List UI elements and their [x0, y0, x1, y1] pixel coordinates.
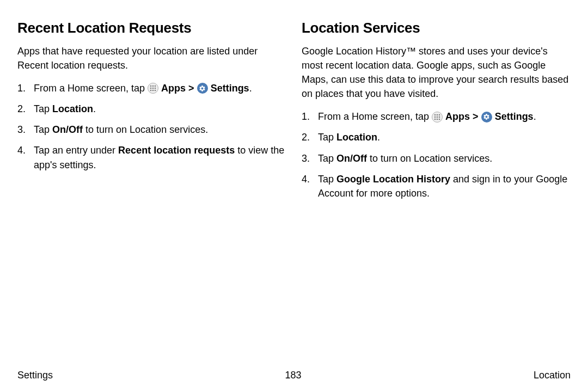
- gear-icon: [481, 112, 492, 122]
- svg-point-13: [437, 116, 438, 118]
- svg-point-16: [437, 118, 438, 120]
- intro-text-left: Apps that have requested your location a…: [17, 44, 286, 72]
- step-1-right: From a Home screen, tap Apps > Settings.: [302, 109, 571, 124]
- steps-list-left: From a Home screen, tap Apps > Settings.…: [17, 81, 286, 171]
- svg-point-6: [150, 90, 152, 91]
- svg-point-4: [152, 88, 154, 89]
- step-3-left: Tap On/Off to turn on Location services.: [17, 122, 286, 137]
- right-column: Location Services Google Location Histor…: [302, 20, 571, 207]
- svg-point-2: [155, 85, 156, 87]
- left-column: Recent Location Requests Apps that have …: [17, 20, 286, 207]
- gear-icon: [197, 83, 208, 94]
- step-3-right: Tap On/Off to turn on Location services.: [302, 151, 571, 166]
- step-4-right: Tap Google Location History and sign in …: [302, 172, 571, 200]
- footer-right: Location: [534, 370, 571, 381]
- step-2-right: Tap Location.: [302, 130, 571, 144]
- svg-point-1: [152, 85, 154, 87]
- page-footer: Settings 183 Location: [17, 370, 571, 381]
- svg-point-0: [150, 85, 152, 87]
- steps-list-right: From a Home screen, tap Apps > Settings.…: [302, 109, 571, 200]
- svg-point-9: [434, 114, 436, 115]
- svg-point-14: [439, 116, 440, 118]
- svg-point-5: [155, 88, 156, 89]
- step-4-left: Tap an entry under Recent location reque…: [17, 143, 286, 171]
- svg-point-10: [437, 114, 438, 115]
- svg-point-3: [150, 88, 152, 89]
- svg-point-15: [434, 118, 436, 120]
- heading-recent-location-requests: Recent Location Requests: [17, 20, 286, 36]
- page-number: 183: [285, 370, 301, 381]
- svg-point-7: [152, 90, 154, 91]
- svg-point-11: [439, 114, 440, 115]
- svg-point-8: [155, 90, 156, 91]
- svg-point-17: [439, 118, 440, 120]
- intro-text-right: Google Location History™ stores and uses…: [302, 44, 571, 101]
- apps-icon: [148, 83, 158, 94]
- svg-point-12: [434, 116, 436, 118]
- heading-location-services: Location Services: [302, 20, 571, 36]
- step-1-left: From a Home screen, tap Apps > Settings.: [17, 81, 286, 95]
- footer-left: Settings: [17, 370, 53, 381]
- step-2-left: Tap Location.: [17, 102, 286, 116]
- apps-icon: [432, 112, 443, 122]
